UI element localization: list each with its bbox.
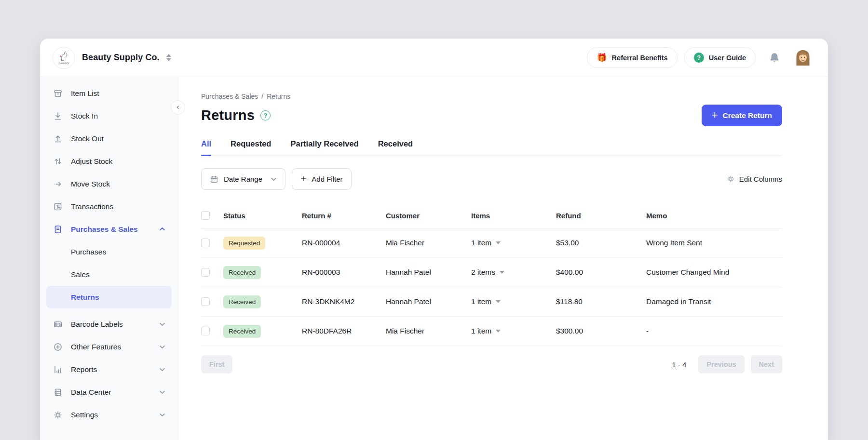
refund-cell: $400.00 xyxy=(556,268,646,277)
app-window: beauty Beauty Supply Co. 🎁 Referral Bene… xyxy=(40,39,828,440)
customer-cell: Hannah Patel xyxy=(386,268,471,277)
breadcrumb-parent[interactable]: Purchases & Sales xyxy=(201,93,258,100)
help-icon[interactable]: ? xyxy=(260,110,271,120)
sidebar-item-settings[interactable]: Settings xyxy=(40,403,178,426)
breadcrumb-current: Returns xyxy=(267,93,290,100)
sidebar-item-label: Barcode Labels xyxy=(71,320,123,329)
bar-chart-icon xyxy=(53,365,63,374)
breadcrumb-separator: / xyxy=(261,93,263,100)
sidebar-subitem-label: Purchases xyxy=(71,248,106,256)
app-body: ‹ Item List Stock In Stock Out xyxy=(40,77,828,440)
sidebar-collapse-button[interactable]: ‹ xyxy=(171,100,185,115)
sidebar-item-purchases-sales[interactable]: Purchases & Sales xyxy=(40,218,178,240)
first-page-button[interactable]: First xyxy=(201,355,232,373)
company-switcher-icon[interactable] xyxy=(166,54,171,61)
user-avatar[interactable] xyxy=(792,47,814,68)
sidebar-item-move-stock[interactable]: Move Stock xyxy=(40,173,178,195)
plus-icon: + xyxy=(712,110,718,120)
items-count: 2 items xyxy=(471,268,495,277)
company-logo[interactable]: beauty xyxy=(53,47,75,69)
table-header-row: Status Return # Customer Items Refund Me… xyxy=(201,203,782,228)
barcode-icon xyxy=(53,320,63,329)
column-header-refund[interactable]: Refund xyxy=(556,212,646,220)
database-icon xyxy=(53,387,63,397)
chevron-down-icon xyxy=(496,241,501,244)
previous-page-button[interactable]: Previous xyxy=(698,355,744,373)
edit-columns-label: Edit Columns xyxy=(739,175,782,183)
sidebar-subitem-sales[interactable]: Sales xyxy=(40,263,178,286)
items-dropdown[interactable]: 1 item xyxy=(471,239,556,247)
table-row[interactable]: Received RN-000003 Hannah Patel 2 items … xyxy=(201,258,782,287)
notifications-bell-icon[interactable] xyxy=(768,52,781,64)
top-bar: beauty Beauty Supply Co. 🎁 Referral Bene… xyxy=(40,39,828,77)
chevron-down-icon xyxy=(159,366,165,373)
sidebar-bottom-group: Barcode Labels Other Features xyxy=(40,313,178,426)
arrow-down-to-line-icon xyxy=(53,111,63,121)
sidebar-item-transactions[interactable]: Transactions xyxy=(40,195,178,218)
column-header-customer[interactable]: Customer xyxy=(386,212,471,220)
refund-cell: $118.80 xyxy=(556,297,646,306)
date-range-dropdown[interactable]: Date Range xyxy=(201,168,285,190)
sidebar-item-stock-out[interactable]: Stock Out xyxy=(40,127,178,150)
sidebar-item-reports[interactable]: Reports xyxy=(40,358,178,381)
column-header-items[interactable]: Items xyxy=(471,212,556,220)
arrows-up-down-icon xyxy=(53,157,63,166)
sidebar-subitem-purchases[interactable]: Purchases xyxy=(40,240,178,263)
sidebar-item-label: Item List xyxy=(71,89,99,98)
items-dropdown[interactable]: 1 item xyxy=(471,297,556,306)
items-count: 1 item xyxy=(471,239,491,247)
package-icon xyxy=(53,89,63,98)
plus-circle-icon xyxy=(53,342,63,352)
tab-received[interactable]: Received xyxy=(378,139,413,156)
sidebar-subitem-returns[interactable]: Returns xyxy=(46,286,172,308)
chevron-down-icon xyxy=(496,300,501,303)
sidebar-item-label: Move Stock xyxy=(71,180,110,188)
create-return-button[interactable]: + Create Return xyxy=(702,105,782,126)
sidebar-item-item-list[interactable]: Item List xyxy=(40,82,178,105)
chevron-down-icon xyxy=(159,344,165,350)
beauty-logo-art: beauty xyxy=(54,48,73,67)
user-guide-button[interactable]: ? User Guide xyxy=(684,47,756,68)
sidebar-item-label: Settings xyxy=(71,411,98,419)
sidebar-item-label: Adjust Stock xyxy=(71,157,112,166)
sidebar-item-data-center[interactable]: Data Center xyxy=(40,381,178,403)
sidebar-item-other-features[interactable]: Other Features xyxy=(40,335,178,358)
sidebar-item-label: Transactions xyxy=(71,202,113,211)
row-checkbox[interactable] xyxy=(201,268,210,277)
table-row[interactable]: Received RN-80DFA26R Mia Fischer 1 item … xyxy=(201,317,782,346)
referral-benefits-button[interactable]: 🎁 Referral Benefits xyxy=(587,47,677,68)
tab-partially-received[interactable]: Partially Received xyxy=(290,139,358,156)
edit-columns-button[interactable]: Edit Columns xyxy=(727,175,782,183)
document-icon xyxy=(53,225,63,234)
status-badge: Received xyxy=(223,325,261,338)
sidebar-item-stock-in[interactable]: Stock In xyxy=(40,105,178,127)
items-count: 1 item xyxy=(471,327,491,335)
row-checkbox[interactable] xyxy=(201,297,210,306)
sidebar-item-label: Other Features xyxy=(71,343,121,351)
row-checkbox[interactable] xyxy=(201,327,210,335)
return-number-cell: RN-000003 xyxy=(302,268,386,277)
add-filter-button[interactable]: + Add Filter xyxy=(292,168,351,190)
sidebar-item-barcode-labels[interactable]: Barcode Labels xyxy=(40,313,178,335)
tab-all[interactable]: All xyxy=(201,139,211,156)
user-guide-label: User Guide xyxy=(709,54,746,62)
chevron-down-icon xyxy=(500,271,504,274)
page-title: Returns xyxy=(201,107,255,123)
table-row[interactable]: Requested RN-000004 Mia Fischer 1 item $… xyxy=(201,228,782,258)
status-badge: Received xyxy=(223,295,261,308)
select-all-checkbox[interactable] xyxy=(201,211,210,220)
column-header-memo[interactable]: Memo xyxy=(646,212,782,220)
row-checkbox[interactable] xyxy=(201,239,210,247)
column-header-status[interactable]: Status xyxy=(223,212,302,220)
sidebar-item-adjust-stock[interactable]: Adjust Stock xyxy=(40,150,178,173)
next-page-button[interactable]: Next xyxy=(751,355,782,373)
customer-cell: Hannah Patel xyxy=(386,297,471,306)
items-dropdown[interactable]: 2 items xyxy=(471,268,556,277)
tab-requested[interactable]: Requested xyxy=(231,139,271,156)
table-row[interactable]: Received RN-3DKNK4M2 Hannah Patel 1 item… xyxy=(201,287,782,317)
column-header-return[interactable]: Return # xyxy=(302,212,386,220)
company-name: Beauty Supply Co. xyxy=(82,53,160,63)
pagination-right: 1 - 4 Previous Next xyxy=(672,355,782,373)
items-dropdown[interactable]: 1 item xyxy=(471,327,556,335)
arrow-up-from-line-icon xyxy=(53,134,63,144)
